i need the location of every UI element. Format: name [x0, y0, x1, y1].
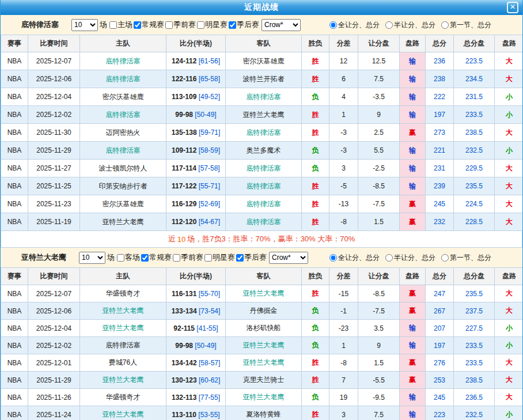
total-cell: 197 — [426, 337, 454, 354]
away-team-cell: 底特律活塞 — [226, 195, 302, 213]
score-halftime: [50-49] — [193, 342, 217, 350]
filter-checkbox[interactable]: 明星赛 — [204, 252, 235, 263]
total-result-cell: 小 — [495, 142, 523, 160]
result-cell: 负 — [302, 389, 329, 406]
radio-input[interactable] — [329, 21, 337, 29]
score-halftime: [59-71] — [197, 128, 221, 137]
league-cell: NBA — [1, 372, 28, 389]
total-cell: 236 — [426, 52, 454, 70]
home-team-cell: 印第安纳步行者 — [80, 177, 166, 195]
odds-type-radio[interactable]: 全让分、总分 — [329, 253, 380, 263]
result-cell: 负 — [302, 337, 329, 354]
radio-input[interactable] — [329, 254, 337, 262]
league-cell: NBA — [1, 302, 28, 320]
filter-checkbox[interactable]: 季前赛 — [173, 252, 203, 263]
score-fulltime: 117-122 — [172, 182, 196, 190]
checkbox-input[interactable] — [117, 254, 124, 262]
date-cell: 2025-12-02 — [28, 337, 80, 354]
total-result-cell: 大 — [495, 52, 523, 70]
radio-input[interactable] — [441, 21, 449, 29]
odds-type-radio[interactable]: 半让分、总分 — [385, 253, 435, 263]
total-result-cell: 大 — [495, 389, 523, 406]
total-line-cell: 233.5 — [454, 337, 495, 354]
total-result-cell: 大 — [495, 302, 523, 320]
games-count-select[interactable]: 10 — [79, 252, 105, 264]
column-header: 赛事 — [1, 268, 28, 285]
games-count-select[interactable]: 10 — [71, 19, 98, 31]
filter-checkbox[interactable]: 常规赛 — [134, 20, 164, 30]
score-fulltime: 122-116 — [172, 75, 196, 83]
column-header: 盘路 — [495, 35, 523, 52]
score-fulltime: 109-112 — [172, 146, 196, 154]
home-team-cell: 亚特兰大老鹰 — [80, 320, 166, 337]
date-cell: 2025-11-30 — [28, 124, 80, 142]
titlebar: 近期战绩 ✕ — [1, 0, 522, 15]
date-cell: 2025-12-06 — [28, 302, 80, 320]
team-name-label: 底特律活塞 — [21, 20, 59, 30]
league-cell: NBA — [1, 285, 28, 302]
filter-checkbox[interactable]: 季后赛 — [229, 20, 259, 30]
odds-type-radio[interactable]: 全让分、总分 — [329, 20, 380, 30]
score-cell: 113-109 [49-52] — [166, 88, 226, 106]
filter-checkbox[interactable]: 主场 — [109, 20, 132, 30]
score-cell: 99-98 [50-49] — [166, 337, 226, 354]
total-cell: 232 — [426, 213, 454, 231]
handicap-result-cell: 输 — [400, 106, 426, 124]
column-header: 总分 — [426, 35, 454, 52]
date-cell: 2025-12-04 — [28, 88, 80, 106]
odds-type-radio[interactable]: 第一节、总分 — [441, 20, 491, 30]
total-cell: 207 — [426, 320, 454, 337]
close-icon[interactable]: ✕ — [507, 2, 518, 13]
column-header: 客队 — [226, 268, 302, 285]
odds-type-radio[interactable]: 半让分、总分 — [385, 20, 435, 30]
checkbox-input[interactable] — [229, 21, 236, 29]
handicap-cell: 12.5 — [358, 52, 400, 70]
result-cell: 胜 — [302, 372, 329, 389]
column-header: 主队 — [80, 35, 166, 52]
filter-checkbox[interactable]: 季前赛 — [165, 20, 196, 30]
checkbox-input[interactable] — [197, 21, 204, 29]
radio-input[interactable] — [385, 254, 393, 262]
filter-checkbox[interactable]: 常规赛 — [141, 252, 172, 263]
handicap-cell: 7.5 — [358, 70, 400, 88]
total-result-cell: 大 — [495, 160, 523, 177]
total-cell: 222 — [426, 88, 454, 106]
away-team-cell: 密尔沃基雄鹿 — [226, 52, 302, 70]
date-cell: 2025-12-06 — [28, 70, 80, 88]
filter-checkbox[interactable]: 明星赛 — [197, 20, 228, 30]
result-cell: 胜 — [302, 177, 329, 195]
recent-results-window: 近期战绩 ✕ 底特律活塞 10 场 主场常规赛季前赛明星赛季后赛 Crow* 全… — [0, 0, 523, 420]
score-halftime: [54-67] — [196, 218, 220, 226]
league-cell: NBA — [1, 320, 28, 337]
radio-input[interactable] — [385, 21, 393, 29]
score-cell: 134-142 [58-57] — [166, 354, 226, 372]
score-cell: 135-138 [59-71] — [166, 124, 226, 142]
handicap-result-cell: 赢 — [400, 354, 426, 372]
total-result-cell: 大 — [495, 372, 523, 389]
checkbox-input[interactable] — [173, 254, 180, 262]
diff-cell: -23 — [329, 320, 358, 337]
checkbox-input[interactable] — [141, 254, 149, 262]
summary-row: 近 10 场，胜7负3：胜率：70%，赢率：30% 大率：70% — [1, 231, 522, 248]
checkbox-input[interactable] — [109, 21, 117, 29]
handicap-result-cell: 输 — [400, 320, 426, 337]
bookmaker-select[interactable]: Crow* — [269, 252, 308, 264]
filter-checkbox[interactable]: 季后赛 — [236, 252, 267, 263]
handicap-cell: -8.5 — [358, 177, 400, 195]
checkbox-input[interactable] — [134, 21, 141, 29]
total-line-cell: 229.5 — [454, 160, 495, 177]
bookmaker-select[interactable]: Crow* — [262, 19, 301, 31]
diff-cell: 1 — [329, 337, 358, 354]
total-line-cell: 233.5 — [454, 354, 495, 372]
away-team-cell: 亚特兰大老鹰 — [226, 285, 302, 302]
score-halftime: [41-55] — [195, 324, 218, 332]
checkbox-input[interactable] — [165, 21, 173, 29]
radio-input[interactable] — [441, 254, 449, 262]
handicap-cell: -8.5 — [358, 285, 400, 302]
odds-type-radio[interactable]: 第一节、总分 — [441, 253, 491, 263]
filter-checkbox[interactable]: 客场 — [117, 252, 140, 263]
checkbox-input[interactable] — [236, 254, 244, 262]
date-cell: 2025-11-25 — [28, 177, 80, 195]
checkbox-input[interactable] — [204, 254, 212, 262]
score-halftime: [73-54] — [197, 307, 221, 315]
